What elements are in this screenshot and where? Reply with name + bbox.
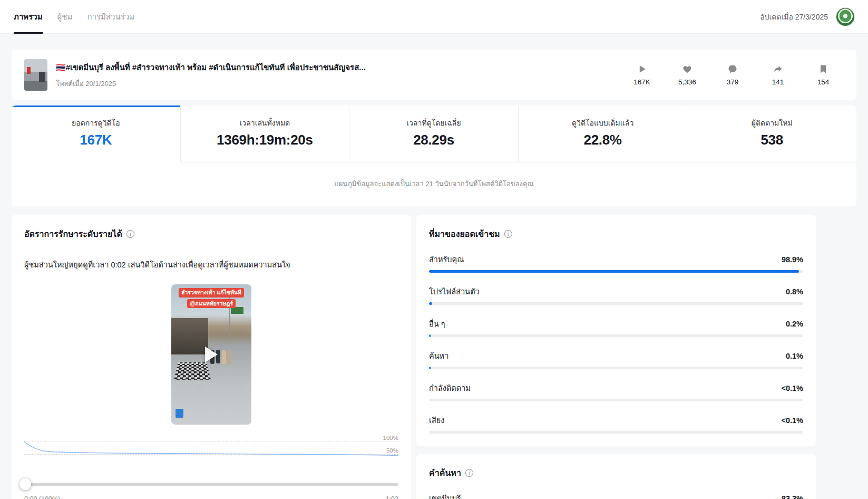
traffic-row-search: ค้นหา 0.1%	[429, 350, 803, 369]
profile-avatar[interactable]	[836, 8, 854, 26]
progress-fill	[429, 270, 799, 273]
time-labels: 0:00 (100%) 1:02	[24, 495, 398, 499]
progress-bar	[429, 367, 803, 369]
stat-shares: 141	[767, 64, 789, 86]
video-stats: 167K 5,336 379 141 154	[631, 64, 844, 86]
progress-fill	[429, 302, 432, 305]
stat-likes-value: 5,336	[678, 78, 696, 86]
metric-tab-watched-full-video[interactable]: ดูวิดีโอแบบเต็มแล้ว 22.8%	[519, 105, 688, 162]
progress-bar	[429, 399, 803, 401]
comment-icon	[727, 64, 738, 74]
traffic-label: เสียง	[429, 414, 444, 426]
metric-tab-total-play-time[interactable]: เวลาเล่นทั้งหมด 1369h:19m:20s	[181, 105, 350, 162]
tab-engagement[interactable]: การมีส่วนร่วม	[87, 0, 134, 34]
progress-fill	[429, 367, 431, 369]
retention-panel-title: อัตราการรักษาระดับรายได้ i	[24, 227, 398, 241]
metric-label: ดูวิดีโอแบบเต็มแล้ว	[519, 117, 687, 129]
metric-value: 1369h:19m:20s	[181, 132, 349, 148]
traffic-row-following: กำลังติดตาม <0.1%	[429, 382, 803, 401]
traffic-source-panel: ที่มาของยอดเข้าชม i สำหรับคุณ 98.9% โปรไ…	[416, 215, 816, 446]
time-end-label: 1:02	[386, 495, 398, 499]
retention-curve-svg	[24, 434, 398, 471]
traffic-value: <0.1%	[781, 416, 803, 425]
stat-saves: 154	[812, 64, 834, 86]
traffic-label: กำลังติดตาม	[429, 382, 471, 394]
info-icon[interactable]: i	[126, 230, 134, 238]
timeline-slider	[24, 478, 398, 490]
play-overlay-icon[interactable]	[205, 347, 218, 362]
stat-saves-value: 154	[817, 78, 830, 86]
tab-overview[interactable]: ภาพรวม	[14, 0, 43, 34]
search-term-value: 83.3%	[782, 494, 803, 499]
updated-timestamp: อัปเดตเมื่อ 27/3/2025	[760, 11, 828, 23]
scene-bucket	[175, 409, 183, 418]
video-summary-card: 🇹🇭#เขตมีนบุรี ลงพื้นที่ #สำรวจทางเท้า พร…	[12, 50, 856, 100]
bookmark-icon	[818, 64, 828, 74]
video-player-preview[interactable]: สำรวจทางเท้า แก้ไขทันที @ถนนหทัยราษฎร์	[171, 284, 251, 425]
stat-views-value: 167K	[633, 78, 650, 86]
tab-viewers[interactable]: ผู้ชม	[57, 0, 73, 34]
info-icon[interactable]: i	[504, 230, 512, 238]
traffic-value: 0.8%	[786, 287, 803, 296]
video-posted-date: โพสต์เมื่อ 20/1/2025	[56, 78, 631, 89]
metric-value: 538	[687, 132, 856, 148]
stat-views: 167K	[631, 64, 653, 86]
traffic-label: สำหรับคุณ	[429, 253, 464, 265]
time-start-label: 0:00 (100%)	[24, 495, 60, 499]
video-title: 🇹🇭#เขตมีนบุรี ลงพื้นที่ #สำรวจทางเท้า พร…	[56, 61, 609, 74]
nav-tabs: ภาพรวม ผู้ชม การมีส่วนร่วม	[14, 0, 134, 33]
retention-title-text: อัตราการรักษาระดับรายได้	[24, 227, 122, 241]
video-overlay-captions: สำรวจทางเท้า แก้ไขทันที @ถนนหทัยราษฎร์	[171, 288, 251, 308]
metric-note: แผนภูมิข้อมูลจะแสดงเป็นเวลา 21 วันนับจาก…	[12, 162, 856, 206]
traffic-value: <0.1%	[781, 384, 803, 392]
traffic-row-others: อื่น ๆ 0.2%	[429, 318, 803, 337]
traffic-row-for-you: สำหรับคุณ 98.9%	[429, 253, 803, 273]
search-title-text: คำค้นหา	[429, 466, 461, 479]
progress-bar	[429, 270, 803, 273]
gridline-label-50: 50%	[383, 447, 398, 454]
progress-bar	[429, 431, 803, 434]
traffic-title-text: ที่มาของยอดเข้าชม	[429, 227, 500, 241]
metric-tab-new-followers[interactable]: ผู้ติดตามใหม่ 538	[687, 105, 856, 162]
search-terms-panel: คำค้นหา i เขตมีนบุรี 83.3%	[416, 454, 816, 499]
metric-value: 22.8%	[519, 132, 687, 148]
panels-grid: อัตราการรักษาระดับรายได้ i ผู้ชมส่วนใหญ่…	[12, 215, 856, 499]
metric-label: เวลาที่ดูโดยเฉลี่ย	[349, 117, 518, 129]
retention-chart: 100% 50%	[24, 434, 398, 471]
traffic-label: โปรไฟล์ส่วนตัว	[429, 285, 480, 298]
traffic-label: ค้นหา	[429, 350, 448, 362]
tab-overview-label: ภาพรวม	[14, 11, 43, 23]
nav-right: อัปเดตเมื่อ 27/3/2025	[760, 8, 854, 26]
share-icon	[773, 64, 783, 74]
player-wrap: สำรวจทางเท้า แก้ไขทันที @ถนนหทัยราษฎร์	[24, 284, 398, 425]
tab-viewers-label: ผู้ชม	[57, 11, 73, 23]
video-info: 🇹🇭#เขตมีนบุรี ลงพื้นที่ #สำรวจทางเท้า พร…	[56, 61, 631, 89]
metric-value: 28.29s	[349, 132, 518, 148]
scene-storefront	[171, 318, 208, 354]
info-icon[interactable]: i	[465, 469, 473, 477]
traffic-value: 98.9%	[782, 255, 803, 264]
metric-label: ผู้ติดตามใหม่	[687, 117, 856, 129]
search-panel-title: คำค้นหา i	[429, 466, 803, 479]
slider-handle[interactable]	[19, 478, 31, 490]
metric-label: ยอดการดูวิดีโอ	[12, 117, 180, 129]
page-content: 🇹🇭#เขตมีนบุรี ลงพื้นที่ #สำรวจทางเท้า พร…	[0, 34, 868, 499]
gridline-label-100: 100%	[380, 435, 398, 441]
metric-tab-video-views[interactable]: ยอดการดูวิดีโอ 167K	[12, 105, 181, 162]
play-icon	[637, 64, 647, 74]
stat-likes: 5,336	[676, 64, 698, 86]
scene-person	[227, 351, 231, 364]
traffic-row-sound: เสียง <0.1%	[429, 414, 803, 434]
metric-label: เวลาเล่นทั้งหมด	[181, 117, 349, 129]
metric-tab-average-watch-time[interactable]: เวลาที่ดูโดยเฉลี่ย 28.29s	[349, 105, 519, 162]
video-thumbnail[interactable]	[24, 59, 47, 91]
traffic-label: อื่น ๆ	[429, 318, 445, 330]
tab-engagement-label: การมีส่วนร่วม	[87, 11, 134, 23]
traffic-value: 0.1%	[786, 352, 803, 360]
top-navigation: ภาพรวม ผู้ชม การมีส่วนร่วม อัปเดตเมื่อ 2…	[0, 0, 868, 34]
overlay-caption-line1: สำรวจทางเท้า แก้ไขทันที	[179, 288, 244, 298]
slider-track[interactable]	[24, 483, 398, 486]
overlay-caption-line2: @ถนนหทัยราษฎร์	[187, 299, 236, 309]
metric-card: ยอดการดูวิดีโอ 167K เวลาเล่นทั้งหมด 1369…	[12, 105, 856, 206]
stat-shares-value: 141	[772, 78, 784, 86]
